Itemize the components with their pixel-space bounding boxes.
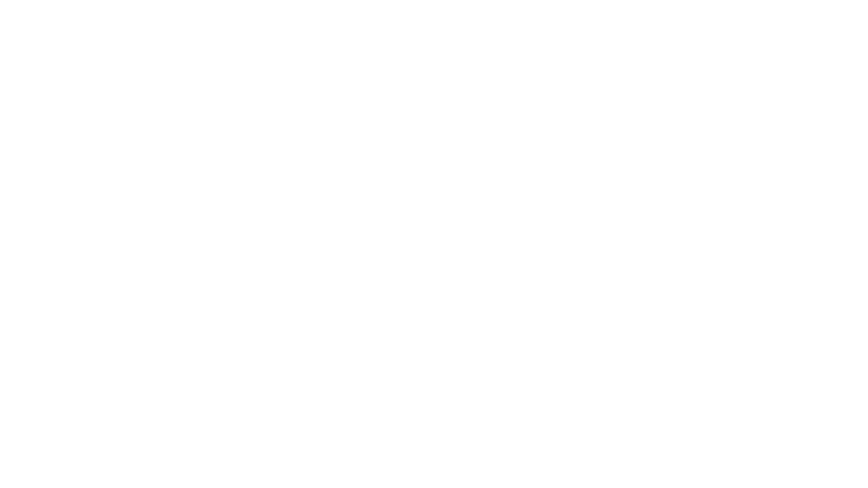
- diagram-container: [0, 0, 868, 488]
- arrows-layer: [0, 0, 868, 488]
